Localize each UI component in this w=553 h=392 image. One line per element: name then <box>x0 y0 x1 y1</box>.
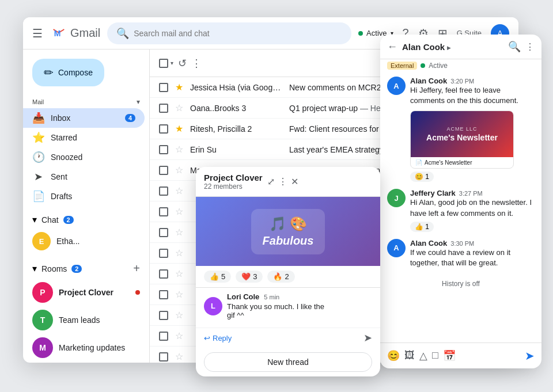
replier-avatar: L <box>204 297 222 315</box>
email-subject: Q1 project wrap-up <box>289 104 358 113</box>
reaction-pill[interactable]: 👍 1 <box>410 222 434 232</box>
reaction-thumbs-up[interactable]: 👍 5 <box>204 271 231 283</box>
star-icon[interactable]: ☆ <box>175 165 183 176</box>
chat-popup: Project Clover 22 members ⤢ ⋮ ✕ 🎵 🎨 Fabu… <box>196 167 380 376</box>
email-checkbox[interactable] <box>159 124 168 134</box>
chat-user-item[interactable]: E Etha... <box>23 229 149 254</box>
send-reply-icon[interactable]: ➤ <box>363 332 372 344</box>
sidebar-item-drafts[interactable]: 📄 Drafts <box>23 187 145 206</box>
reaction-fire[interactable]: 🔥 2 <box>267 271 294 283</box>
checkbox <box>159 59 168 68</box>
email-checkbox[interactable] <box>159 145 168 154</box>
email-checkbox[interactable] <box>159 249 168 258</box>
star-icon[interactable]: ☆ <box>175 248 183 258</box>
add-room-button[interactable]: + <box>133 262 140 275</box>
star-icon[interactable]: ☆ <box>175 330 183 341</box>
email-checkbox[interactable] <box>159 269 168 279</box>
room-item-marketing[interactable]: M Marketing updates <box>23 334 149 361</box>
sidebar-item-snoozed[interactable]: 🕐 Snoozed <box>23 147 145 167</box>
fire-icon: 🔥 <box>273 272 282 281</box>
rooms-badge: 2 <box>71 265 82 273</box>
star-icon[interactable]: ☆ <box>175 227 183 238</box>
gmail-logo: M Gmail <box>50 24 100 43</box>
chevron-icon: ▸ <box>447 44 450 52</box>
chevron-icon: ▾ <box>137 98 140 106</box>
star-icon[interactable]: ☆ <box>175 289 183 300</box>
star-icon[interactable]: ☆ <box>175 144 183 155</box>
compose-button[interactable]: ✏ Compose <box>32 59 104 86</box>
email-checkbox[interactable] <box>159 311 168 320</box>
star-icon[interactable]: ☆ <box>175 102 183 113</box>
gif-icons: 🎵 🎨 <box>263 216 314 232</box>
chevron-icon: ▾ <box>32 214 37 225</box>
reply-button[interactable]: ↩ Reply <box>204 334 232 342</box>
expand-icon[interactable]: ⤢ <box>267 176 275 187</box>
reaction-heart[interactable]: ❤️ 3 <box>236 271 263 283</box>
new-thread-button[interactable]: New thread <box>204 352 372 372</box>
search-bar[interactable]: 🔍 <box>107 22 351 44</box>
reply-icon: ↩ <box>204 334 210 342</box>
email-subject: Fwd: Client resources for Q3 <box>289 124 392 134</box>
close-icon[interactable]: ✕ <box>291 176 298 187</box>
email-checkbox[interactable] <box>159 166 168 175</box>
email-checkbox[interactable] <box>159 332 168 341</box>
doc-icon: 📄 <box>415 159 422 166</box>
email-checkbox[interactable] <box>159 104 168 113</box>
email-checkbox[interactable] <box>159 83 168 92</box>
reply-area: L Lori Cole 5 min Thank you so much. I l… <box>196 288 380 328</box>
reply-content: Lori Cole 5 min Thank you so much. I lik… <box>227 292 372 319</box>
calendar-icon[interactable]: 📅 <box>443 349 456 362</box>
room-item-project-skylight[interactable]: P Project Skylight <box>23 361 149 363</box>
inbox-icon: 📥 <box>32 112 44 124</box>
star-icon[interactable]: ☆ <box>175 206 183 217</box>
star-icon[interactable]: ★ <box>175 123 183 134</box>
mail-section-label[interactable]: Mail ▾ <box>23 96 149 108</box>
search-icon: 🔍 <box>116 27 129 40</box>
email-checkbox[interactable] <box>159 352 168 361</box>
star-icon[interactable]: ☆ <box>175 351 183 362</box>
back-icon[interactable]: ← <box>387 41 397 53</box>
msg-card-image: ACME LLC Acme's Newsletter <box>411 111 513 157</box>
email-checkbox[interactable] <box>159 187 168 196</box>
msg-text: Hi Jeffery, feel free to leave comments … <box>410 85 535 106</box>
emoji-icon[interactable]: 😊 <box>387 349 400 362</box>
more-options-icon[interactable]: ⋮ <box>278 176 287 187</box>
reaction-pill[interactable]: 😊 1 <box>410 172 434 182</box>
chat-section-header[interactable]: ▾ Chat 2 <box>23 211 149 229</box>
hamburger-icon[interactable]: ☰ <box>32 26 43 40</box>
chat-user-avatar: E <box>32 232 51 250</box>
rp-header: ← Alan Cook ▸ 🔍 ⋮ <box>380 35 541 59</box>
card-label: 📄 Acme's Newsletter <box>411 157 513 168</box>
room-item-project-clover[interactable]: P Project Clover <box>23 279 149 306</box>
image-icon[interactable]: 🖼 <box>404 349 415 362</box>
star-icon[interactable]: ★ <box>175 82 183 93</box>
star-icon[interactable]: ☆ <box>175 310 183 321</box>
more-options-icon[interactable]: ⋮ <box>525 41 535 52</box>
email-checkbox[interactable] <box>159 228 168 237</box>
sidebar-item-inbox[interactable]: 📥 Inbox 4 <box>23 108 145 128</box>
msg-sender-row: Alan Cook 3:30 PM <box>410 239 535 248</box>
unread-dot <box>135 290 140 295</box>
star-icon[interactable]: ☆ <box>175 185 183 196</box>
select-all-checkbox[interactable]: ▾ <box>159 59 173 68</box>
send-button[interactable]: ➤ <box>525 349 535 363</box>
email-checkbox[interactable] <box>159 290 168 299</box>
rp-status: External Active <box>380 59 541 72</box>
search-input[interactable] <box>134 29 342 38</box>
more-options-icon[interactable]: ⋮ <box>191 57 202 70</box>
search-icon[interactable]: 🔍 <box>508 40 521 53</box>
gif-text: Fabulous <box>263 234 314 248</box>
msg-text: Hi Alan, good job on the newsletter. I h… <box>410 197 535 218</box>
email-sender: Oana..Brooks 3 <box>190 104 282 113</box>
refresh-icon[interactable]: ↺ <box>178 57 187 70</box>
msg-sender-row: Alan Cook 3:20 PM <box>410 77 535 85</box>
popup-gif: 🎵 🎨 Fabulous <box>196 197 380 266</box>
email-checkbox[interactable] <box>159 207 168 216</box>
email-sender: Erin Su <box>190 145 282 154</box>
sidebar-item-starred[interactable]: ⭐ Starred <box>23 128 145 147</box>
room-item-team-leads[interactable]: T Team leads <box>23 306 149 334</box>
star-icon[interactable]: ☆ <box>175 268 183 279</box>
sidebar-item-sent[interactable]: ➤ Sent <box>23 167 145 187</box>
drive-icon[interactable]: △ <box>419 349 427 362</box>
video-icon[interactable]: □ <box>432 349 438 362</box>
